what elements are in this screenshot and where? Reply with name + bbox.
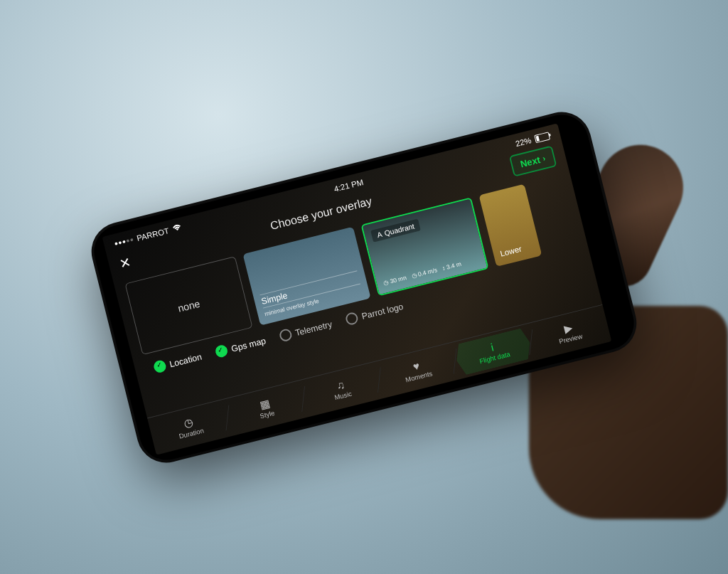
speed-icon: ◷ <box>411 271 418 279</box>
stopwatch-icon: ◷ <box>183 416 194 429</box>
chevron-right-icon: › <box>542 153 547 163</box>
battery-icon <box>534 132 550 143</box>
heart-icon: ♥ <box>412 360 421 372</box>
wifi-icon <box>172 223 183 233</box>
radio-empty-icon <box>345 311 360 326</box>
style-icon: ▦ <box>259 398 271 410</box>
nav-preview[interactable]: ▶Preview <box>527 304 611 360</box>
quadrant-stat-duration: ◷30 mn <box>382 274 407 286</box>
clock-icon: ◷ <box>382 278 390 286</box>
play-icon: ▶ <box>563 322 574 334</box>
radio-checked-icon <box>214 344 229 358</box>
quadrant-badge: A Quadrant <box>370 218 421 242</box>
quadrant-stat-alt: ↕3.4 m <box>441 260 462 272</box>
next-label: Next <box>519 154 541 169</box>
nav-music[interactable]: ♫Music <box>299 361 384 417</box>
overlay-none-label: none <box>176 297 200 314</box>
text-a-icon: A <box>376 230 382 239</box>
radio-empty-icon <box>279 327 294 342</box>
signal-dots-icon <box>114 238 133 245</box>
nav-moments[interactable]: ♥Moments <box>375 343 459 398</box>
nav-style[interactable]: ▦Style <box>223 381 308 436</box>
quadrant-stat-speed: ◷0.4 m/s <box>411 266 438 279</box>
radio-checked-icon <box>153 359 168 374</box>
music-note-icon: ♫ <box>336 378 346 390</box>
overlay-lower-name: Lower <box>499 241 534 258</box>
overlay-quadrant-name: Quadrant <box>383 222 415 237</box>
info-icon: i <box>490 341 495 352</box>
overlay-card-lower[interactable]: Lower <box>478 184 542 266</box>
nav-flight-data[interactable]: iFlight data <box>451 324 535 379</box>
nav-duration[interactable]: ◷Duration <box>147 399 232 455</box>
